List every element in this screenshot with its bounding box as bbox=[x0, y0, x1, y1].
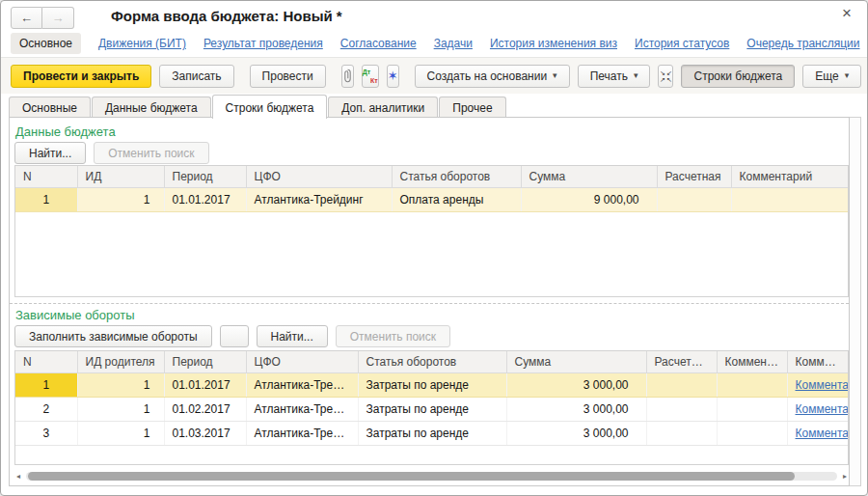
section-splitter[interactable] bbox=[10, 303, 849, 304]
cell-cfo[interactable]: Атлантика-Трейдинг bbox=[246, 398, 358, 422]
nav-link-tasks[interactable]: Задачи bbox=[434, 37, 473, 50]
comment-link[interactable]: Комментарий bbox=[796, 402, 850, 416]
column-header-n: N bbox=[15, 351, 77, 373]
cell-item[interactable]: Оплата аренды bbox=[392, 188, 521, 212]
cell-n[interactable]: 3 bbox=[15, 422, 77, 446]
cell-calculated[interactable] bbox=[657, 188, 731, 212]
tab-budget-data[interactable]: Данные бюджета bbox=[92, 96, 211, 118]
cell-item[interactable]: Затраты по аренде bbox=[358, 398, 506, 422]
cell-calculated[interactable] bbox=[646, 373, 717, 398]
cell-parent-id[interactable]: 1 bbox=[77, 398, 164, 422]
nav-link-posting-result[interactable]: Результат проведения bbox=[203, 37, 323, 50]
nav-link-translation-queue[interactable]: Очередь трансляции bbox=[746, 37, 859, 50]
filter-settings-button[interactable] bbox=[220, 325, 249, 347]
save-button[interactable]: Записать bbox=[159, 65, 233, 88]
nav-link-status-history[interactable]: История статусов bbox=[635, 37, 729, 50]
collapse-arrows-icon: ↘↙↗↖ bbox=[659, 69, 672, 83]
dependent-turnovers-section-title: Зависимые обороты bbox=[15, 308, 135, 322]
comment-link[interactable]: Комментарий bbox=[796, 378, 850, 392]
cell-comment-link: Комментарий bbox=[787, 398, 849, 422]
nav-link-movements[interactable]: Движения (БИТ) bbox=[98, 37, 186, 50]
tab-budget-lines[interactable]: Строки бюджета bbox=[212, 95, 328, 119]
tab-extra-analytics[interactable]: Доп. аналитики bbox=[328, 96, 438, 118]
form-window: Форма ввода бюджета: Новый * Основное Дв… bbox=[0, 0, 868, 496]
scroll-left-icon[interactable] bbox=[16, 472, 20, 481]
cell-comment[interactable] bbox=[731, 188, 849, 212]
collapse-panels-button[interactable]: ↘↙↗↖ bbox=[658, 65, 673, 88]
cell-sum[interactable]: 3 000,00 bbox=[506, 422, 646, 446]
back-arrow-icon[interactable] bbox=[11, 7, 42, 29]
paperclip-icon bbox=[342, 69, 353, 83]
cell-parent-id[interactable]: 1 bbox=[77, 373, 164, 398]
page-title: Форма ввода бюджета: Новый * bbox=[111, 8, 342, 24]
table-header-row: N ИД Период ЦФО Статья оборотов Сумма Ра… bbox=[15, 166, 849, 188]
nav-link-approval[interactable]: Согласование bbox=[340, 37, 417, 50]
column-header-cfo: ЦФО bbox=[246, 166, 392, 188]
column-header-calculated: Расчетная bbox=[646, 351, 717, 373]
column-header-item: Статья оборотов bbox=[392, 166, 521, 188]
cell-item[interactable]: Затраты по аренде bbox=[358, 422, 506, 446]
column-header-comment: Комментарий bbox=[731, 166, 849, 188]
cell-n[interactable]: 1 bbox=[15, 373, 77, 398]
comment-link[interactable]: Комментарий bbox=[796, 427, 850, 440]
cell-comment[interactable] bbox=[717, 398, 787, 422]
scrollbar-track[interactable] bbox=[26, 472, 837, 481]
cell-period[interactable]: 01.01.2017 bbox=[164, 373, 246, 398]
cell-period[interactable]: 01.01.2017 bbox=[164, 188, 246, 212]
cell-calculated[interactable] bbox=[646, 422, 717, 446]
vertical-scrollbar-track[interactable] bbox=[849, 117, 861, 486]
nav-main-chip[interactable]: Основное bbox=[11, 33, 81, 54]
cell-comment[interactable] bbox=[717, 422, 787, 446]
cell-calculated[interactable] bbox=[646, 398, 717, 422]
cell-item[interactable]: Затраты по аренде bbox=[358, 373, 506, 398]
chevron-down-icon bbox=[634, 71, 638, 80]
table-row: 1 1 01.01.2017 Атлантика-Трейдинг Затрат… bbox=[15, 373, 849, 398]
post-and-close-button[interactable]: Провести и закрыть bbox=[11, 65, 151, 88]
table-row: 1 1 01.01.2017 Атлантика-Трейдинг Оплата… bbox=[15, 188, 849, 212]
create-based-on-button[interactable]: Создать на основании bbox=[415, 65, 570, 88]
cell-parent-id[interactable]: 1 bbox=[77, 422, 164, 446]
close-icon[interactable] bbox=[837, 4, 856, 23]
tab-main[interactable]: Основные bbox=[9, 96, 91, 118]
budget-lines-toggle-button[interactable]: Строки бюджета bbox=[681, 65, 795, 88]
column-header-sum: Сумма bbox=[521, 166, 657, 188]
table-row: 2 1 01.02.2017 Атлантика-Трейдинг Затрат… bbox=[15, 398, 849, 422]
explain-button[interactable] bbox=[387, 65, 399, 88]
cancel-search-button: Отменить поиск bbox=[336, 325, 450, 347]
cell-cfo[interactable]: Атлантика-Трейдинг bbox=[246, 422, 358, 446]
dr-cr-register-button[interactable]: Дт Кт bbox=[362, 65, 379, 88]
find-button[interactable]: Найти... bbox=[257, 325, 328, 347]
cell-cfo[interactable]: Атлантика-Трейдинг bbox=[246, 188, 392, 212]
print-button[interactable]: Печать bbox=[578, 65, 651, 88]
nav-link-visa-history[interactable]: История изменения виз bbox=[490, 37, 617, 50]
cell-n[interactable]: 1 bbox=[15, 188, 77, 212]
cell-comment-link: Комментарий bbox=[787, 422, 849, 446]
fill-dependent-button[interactable]: Заполнить зависимые обороты bbox=[14, 325, 212, 347]
scroll-right-icon[interactable] bbox=[843, 472, 847, 481]
tab-content-panel: Данные бюджета Найти... Отменить поиск N… bbox=[9, 117, 850, 486]
tab-other[interactable]: Прочее bbox=[439, 96, 505, 118]
cell-sum[interactable]: 3 000,00 bbox=[506, 398, 646, 422]
cell-cfo[interactable]: Атлантика-Трейдинг bbox=[246, 373, 358, 398]
column-header-cfo: ЦФО bbox=[246, 351, 358, 373]
cell-comment-link: Комментарий bbox=[787, 373, 849, 398]
cell-id[interactable]: 1 bbox=[77, 188, 164, 212]
column-header-n: N bbox=[15, 166, 77, 188]
more-button[interactable]: Еще bbox=[802, 65, 861, 88]
cell-period[interactable]: 01.03.2017 bbox=[164, 422, 246, 446]
column-header-parent-id: ИД родителя bbox=[77, 351, 164, 373]
dependent-toolbar: Заполнить зависимые обороты Найти... Отм… bbox=[14, 325, 450, 347]
column-header-item: Статья оборотов bbox=[358, 351, 506, 373]
forward-arrow-icon[interactable] bbox=[42, 7, 74, 29]
find-button[interactable]: Найти... bbox=[14, 142, 86, 164]
post-button[interactable]: Провести bbox=[250, 65, 326, 88]
table-row: 3 1 01.03.2017 Атлантика-Трейдинг Затрат… bbox=[15, 422, 849, 446]
column-header-period: Период bbox=[164, 351, 246, 373]
attachments-button[interactable] bbox=[341, 65, 354, 88]
cell-n[interactable]: 2 bbox=[15, 398, 77, 422]
cell-comment[interactable] bbox=[717, 373, 787, 398]
cell-sum[interactable]: 3 000,00 bbox=[506, 373, 646, 398]
scrollbar-thumb[interactable] bbox=[28, 472, 795, 481]
cell-period[interactable]: 01.02.2017 bbox=[164, 398, 246, 422]
cell-sum[interactable]: 9 000,00 bbox=[521, 188, 657, 212]
